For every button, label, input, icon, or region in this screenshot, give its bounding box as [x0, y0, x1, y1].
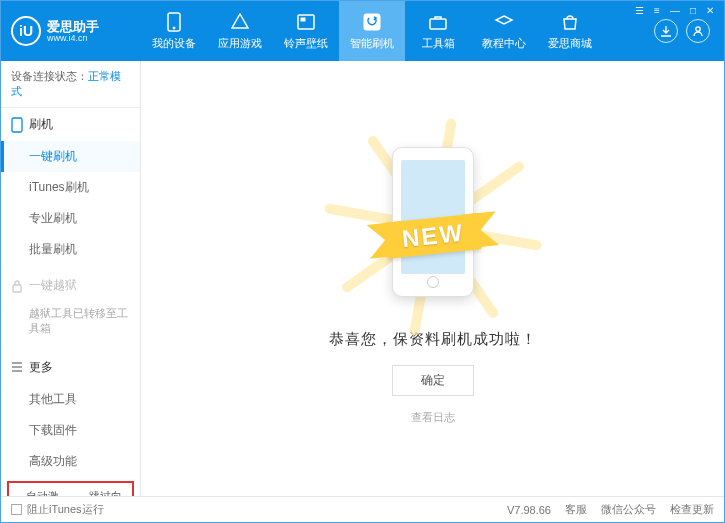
- store-icon: [560, 12, 580, 32]
- svg-point-6: [696, 27, 700, 31]
- tab-apps[interactable]: 应用游戏: [207, 1, 273, 61]
- titlebar: iU 爱思助手 www.i4.cn 我的设备 应用游戏 铃声壁纸 智能刷机 工具…: [1, 1, 724, 61]
- checkbox-auto-activate[interactable]: ✔自动激活: [13, 489, 66, 496]
- sidebar-item-oneclick-flash[interactable]: 一键刷机: [1, 141, 140, 172]
- menu-icon[interactable]: ☰: [631, 5, 648, 16]
- sidebar-item-download-firmware[interactable]: 下载固件: [1, 415, 140, 446]
- toolbox-icon: [428, 12, 448, 32]
- svg-rect-4: [364, 14, 380, 30]
- sidebar-item-advanced[interactable]: 高级功能: [1, 446, 140, 477]
- svg-point-1: [173, 27, 175, 29]
- svg-rect-5: [430, 19, 446, 29]
- logo-icon: iU: [11, 16, 41, 46]
- sidebar: 设备连接状态：正常模式 刷机 一键刷机 iTunes刷机 专业刷机 批量刷机 一…: [1, 61, 141, 496]
- sidebar-header-more[interactable]: 更多: [1, 351, 140, 384]
- ok-button[interactable]: 确定: [392, 365, 474, 396]
- wallpaper-icon: [296, 12, 316, 32]
- service-link[interactable]: 客服: [565, 502, 587, 517]
- tutorial-icon: [494, 12, 514, 32]
- tab-store[interactable]: 爱思商城: [537, 1, 603, 61]
- options-highlighted: ✔自动激活 ✔跳过向导: [7, 481, 134, 496]
- tab-toolbox[interactable]: 工具箱: [405, 1, 471, 61]
- success-message: 恭喜您，保资料刷机成功啦！: [329, 330, 537, 349]
- svg-rect-7: [12, 118, 22, 132]
- svg-rect-8: [13, 285, 21, 292]
- view-log-link[interactable]: 查看日志: [411, 410, 455, 425]
- apps-icon: [230, 12, 250, 32]
- checkbox-skip-setup[interactable]: ✔跳过向导: [76, 489, 129, 496]
- sidebar-item-other-tools[interactable]: 其他工具: [1, 384, 140, 415]
- svg-rect-2: [298, 15, 314, 29]
- wechat-link[interactable]: 微信公众号: [601, 502, 656, 517]
- download-button[interactable]: [654, 19, 678, 43]
- success-illustration: NEW: [323, 132, 543, 312]
- lock-icon: [11, 279, 23, 293]
- top-tabs: 我的设备 应用游戏 铃声壁纸 智能刷机 工具箱 教程中心 爱思商城: [141, 1, 654, 61]
- sidebar-item-pro-flash[interactable]: 专业刷机: [1, 203, 140, 234]
- main-content: NEW 恭喜您，保资料刷机成功啦！ 确定 查看日志: [141, 61, 724, 496]
- brand-name: 爱思助手: [47, 20, 99, 33]
- user-button[interactable]: [686, 19, 710, 43]
- jailbreak-note: 越狱工具已转移至工具箱: [1, 302, 140, 347]
- sidebar-item-batch-flash[interactable]: 批量刷机: [1, 234, 140, 265]
- version-label: V7.98.66: [507, 504, 551, 516]
- window-controls: ☰ ≡ — □ ✕: [631, 5, 718, 16]
- list-icon: [11, 361, 23, 373]
- brand-url: www.i4.cn: [47, 33, 99, 43]
- statusbar: 阻止iTunes运行 V7.98.66 客服 微信公众号 检查更新: [1, 496, 724, 522]
- tab-tutorials[interactable]: 教程中心: [471, 1, 537, 61]
- phone-small-icon: [11, 117, 23, 133]
- tab-ringtones[interactable]: 铃声壁纸: [273, 1, 339, 61]
- connection-status: 设备连接状态：正常模式: [1, 61, 140, 108]
- sidebar-header-flash[interactable]: 刷机: [1, 108, 140, 141]
- maximize-icon[interactable]: □: [686, 5, 700, 16]
- flash-icon: [362, 12, 382, 32]
- phone-icon: [164, 12, 184, 32]
- tab-smart-flash[interactable]: 智能刷机: [339, 1, 405, 61]
- settings-icon[interactable]: ≡: [650, 5, 664, 16]
- checkbox-empty-icon: [11, 504, 22, 515]
- svg-rect-3: [301, 18, 305, 21]
- sidebar-item-itunes-flash[interactable]: iTunes刷机: [1, 172, 140, 203]
- minimize-icon[interactable]: —: [666, 5, 684, 16]
- sidebar-header-jailbreak: 一键越狱: [1, 269, 140, 302]
- close-icon[interactable]: ✕: [702, 5, 718, 16]
- logo-area: iU 爱思助手 www.i4.cn: [1, 16, 141, 46]
- check-update-link[interactable]: 检查更新: [670, 502, 714, 517]
- checkbox-block-itunes[interactable]: 阻止iTunes运行: [11, 502, 104, 517]
- tab-my-device[interactable]: 我的设备: [141, 1, 207, 61]
